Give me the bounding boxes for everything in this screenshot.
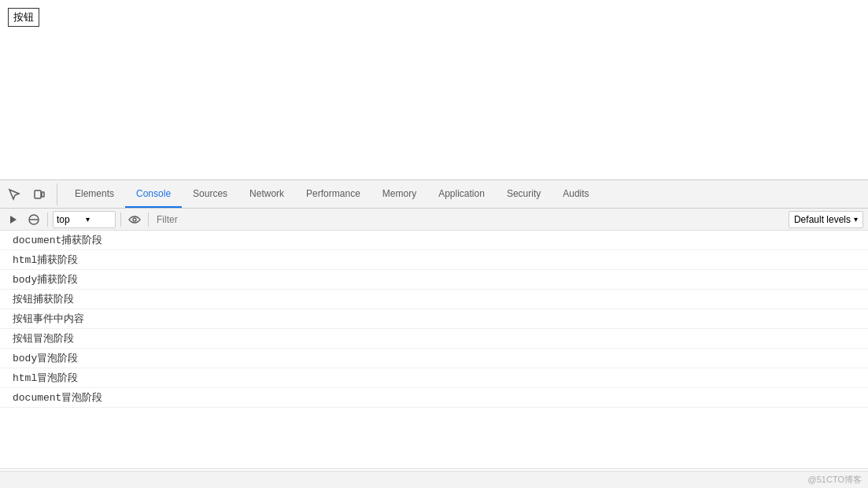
- tab-audits[interactable]: Audits: [552, 180, 600, 208]
- clear-console-button[interactable]: [25, 211, 42, 228]
- devtools-panel: Elements Console Sources Network Perform…: [0, 179, 868, 488]
- svg-rect-0: [35, 190, 41, 198]
- tab-network[interactable]: Network: [238, 180, 295, 208]
- console-line: body冒泡阶段: [0, 349, 868, 368]
- console-line: body捕获阶段: [0, 270, 868, 290]
- levels-label: Default levels: [794, 214, 851, 225]
- console-line: 按钮捕获阶段: [0, 290, 868, 309]
- toolbar-divider-3: [148, 213, 149, 227]
- devtools-icon-group: [3, 183, 57, 205]
- devtools-tabs-list: Elements Console Sources Network Perform…: [64, 180, 600, 208]
- tab-sources[interactable]: Sources: [182, 180, 238, 208]
- tab-memory[interactable]: Memory: [371, 180, 427, 208]
- tab-elements[interactable]: Elements: [64, 180, 125, 208]
- svg-marker-2: [10, 216, 17, 224]
- demo-button[interactable]: 按钮: [8, 8, 39, 27]
- toolbar-divider-1: [47, 213, 48, 227]
- page-content: 按钮: [0, 0, 868, 179]
- chevron-down-icon: ▾: [86, 215, 112, 224]
- tab-performance[interactable]: Performance: [295, 180, 371, 208]
- tab-application[interactable]: Application: [427, 180, 496, 208]
- console-line: html捕获阶段: [0, 250, 868, 270]
- tab-console[interactable]: Console: [125, 180, 182, 208]
- console-output: document捕获阶段 html捕获阶段 body捕获阶段 按钮捕获阶段 按钮…: [0, 231, 868, 468]
- execute-button[interactable]: [5, 211, 22, 228]
- bottom-bar: @51CTO博客: [0, 471, 868, 488]
- context-label: top: [57, 214, 83, 225]
- levels-chevron-icon: ▾: [854, 215, 858, 224]
- levels-selector[interactable]: Default levels ▾: [789, 211, 863, 228]
- svg-point-5: [133, 218, 136, 221]
- tab-security[interactable]: Security: [496, 180, 552, 208]
- filter-input[interactable]: [153, 211, 785, 228]
- console-line: 按钮冒泡阶段: [0, 329, 868, 349]
- context-selector[interactable]: top ▾: [53, 211, 116, 228]
- eye-button[interactable]: [126, 211, 143, 228]
- devtools-tab-bar: Elements Console Sources Network Perform…: [0, 180, 868, 209]
- console-line: 按钮事件中内容: [0, 309, 868, 329]
- device-toolbar-button[interactable]: [28, 183, 50, 205]
- console-line: document捕获阶段: [0, 231, 868, 250]
- watermark-text: @51CTO博客: [808, 474, 862, 486]
- console-line: document冒泡阶段: [0, 388, 868, 408]
- toolbar-divider-2: [120, 213, 121, 227]
- svg-rect-1: [42, 192, 44, 197]
- console-toolbar: top ▾ Default levels ▾: [0, 209, 868, 231]
- element-picker-button[interactable]: [3, 183, 25, 205]
- console-line: html冒泡阶段: [0, 368, 868, 388]
